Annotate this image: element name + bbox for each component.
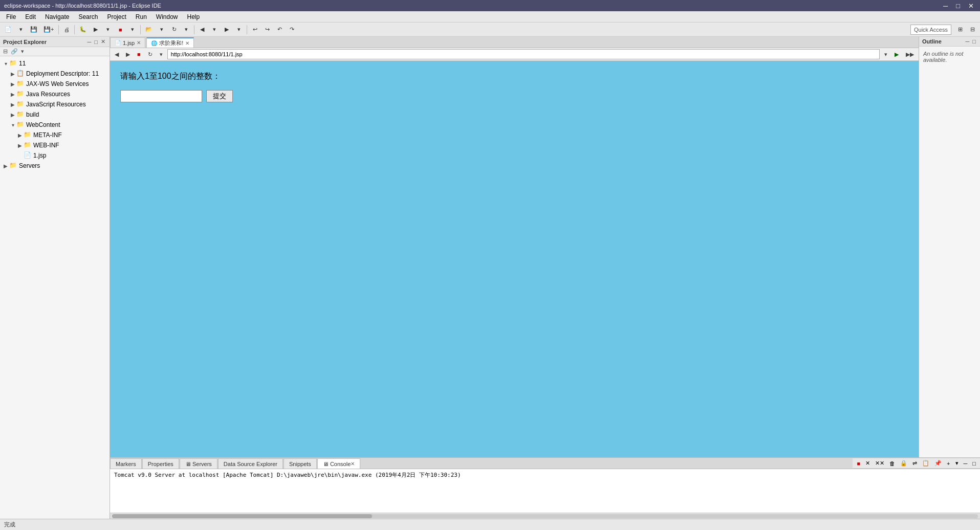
tree-item-11[interactable]: ▾ 📁 11 bbox=[0, 58, 110, 69]
toolbar-prev[interactable]: ◀ bbox=[197, 24, 208, 35]
submit-button[interactable]: 提交 bbox=[206, 90, 233, 102]
tab-close-btn[interactable]: ✕ bbox=[137, 40, 141, 46]
tab-datasource[interactable]: Data Source Explorer bbox=[218, 458, 283, 469]
menu-file[interactable]: File bbox=[2, 12, 20, 21]
tree-toggle[interactable]: ▶ bbox=[16, 143, 24, 148]
toolbar-new-dropdown[interactable]: ▾ bbox=[15, 24, 27, 35]
tab-markers[interactable]: Markers bbox=[110, 458, 142, 469]
menu-search[interactable]: Search bbox=[74, 12, 102, 21]
toolbar-open-type-dropdown[interactable]: ▾ bbox=[156, 24, 167, 35]
tree-toggle[interactable]: ▶ bbox=[9, 71, 16, 77]
console-scroll-lock-btn[interactable]: 🔒 bbox=[898, 459, 909, 468]
tab-browser[interactable]: 🌐 求阶乘和! ✕ bbox=[146, 37, 194, 48]
bottom-scrollbar[interactable] bbox=[110, 513, 980, 519]
browser-stop-btn[interactable]: ■ bbox=[135, 50, 143, 58]
tree-toggle[interactable]: ▶ bbox=[9, 112, 16, 118]
toolbar-stop[interactable]: ■ bbox=[115, 24, 126, 35]
toolbar-back[interactable]: ↩ bbox=[249, 24, 260, 35]
url-dropdown-btn[interactable]: ▾ bbox=[882, 50, 890, 59]
toolbar-perspectives[interactable]: ⊞ bbox=[954, 24, 966, 35]
menu-run[interactable]: Run bbox=[132, 12, 151, 21]
console-open-console-btn[interactable]: 📋 bbox=[920, 459, 931, 468]
scrollbar-track[interactable] bbox=[112, 514, 978, 518]
tree-toggle[interactable]: ▾ bbox=[2, 61, 9, 67]
console-terminate-btn[interactable]: ✕ bbox=[863, 459, 872, 468]
tree-item-meta-inf[interactable]: ▶ 📁 META-INF bbox=[0, 130, 110, 140]
console-word-wrap-btn[interactable]: ⇌ bbox=[910, 459, 919, 468]
console-pin-btn[interactable]: 📌 bbox=[932, 459, 944, 468]
outline-minimize-btn[interactable]: ─ bbox=[965, 38, 971, 45]
toolbar-redo[interactable]: ↷ bbox=[286, 24, 297, 35]
browser-dropdown-btn[interactable]: ▾ bbox=[157, 50, 165, 59]
console-new-btn[interactable]: + bbox=[945, 459, 952, 468]
panel-maximize-btn[interactable]: □ bbox=[93, 38, 99, 45]
tree-item-1-jsp[interactable]: 📄 1.jsp bbox=[0, 150, 110, 161]
browser-forward-btn[interactable]: ▶ bbox=[123, 50, 133, 59]
number-input[interactable] bbox=[120, 90, 202, 102]
scrollbar-thumb[interactable] bbox=[112, 514, 372, 518]
toolbar-new[interactable]: 📄 bbox=[2, 24, 14, 35]
tree-item-build[interactable]: ▶ 📁 build bbox=[0, 109, 110, 120]
console-stop-btn[interactable]: ■ bbox=[855, 459, 862, 468]
tree-item-servers[interactable]: ▶ 📁 Servers bbox=[0, 161, 110, 171]
toolbar-open-type[interactable]: 📂 bbox=[143, 24, 155, 35]
toolbar-save[interactable]: 💾 bbox=[28, 24, 40, 35]
toolbar-open-perspective[interactable]: ⊟ bbox=[967, 24, 978, 35]
tree-toggle[interactable]: ▶ bbox=[9, 92, 16, 97]
close-button[interactable]: ✕ bbox=[966, 2, 976, 10]
outline-maximize-btn[interactable]: □ bbox=[971, 38, 977, 45]
explorer-menu-btn[interactable]: ▾ bbox=[20, 48, 25, 55]
quick-access-box[interactable]: Quick Access bbox=[910, 25, 951, 35]
panel-minimize-btn[interactable]: ─ bbox=[86, 38, 93, 45]
tree-toggle[interactable]: ▾ bbox=[9, 122, 16, 128]
browser-url-input[interactable] bbox=[167, 49, 880, 59]
tree-item-jaxws[interactable]: ▶ 📁 JAX-WS Web Services bbox=[0, 79, 110, 89]
toolbar-undo[interactable]: ↶ bbox=[274, 24, 285, 35]
toolbar-forward[interactable]: ↪ bbox=[262, 24, 273, 35]
tab-console[interactable]: 🖥 Console ✕ bbox=[317, 458, 360, 469]
toolbar-prev-dropdown[interactable]: ▾ bbox=[209, 24, 220, 35]
toolbar-next[interactable]: ▶ bbox=[221, 24, 232, 35]
toolbar-refresh-dropdown[interactable]: ▾ bbox=[181, 24, 192, 35]
tab-snippets[interactable]: Snippets bbox=[284, 458, 317, 469]
menu-window[interactable]: Window bbox=[152, 12, 182, 21]
browser-next-btn[interactable]: ▶▶ bbox=[903, 50, 917, 59]
console-maximize-btn[interactable]: □ bbox=[970, 459, 978, 468]
browser-go-btn[interactable]: ▶ bbox=[892, 50, 901, 59]
tab-servers[interactable]: 🖥 Servers bbox=[180, 458, 217, 469]
browser-refresh-btn[interactable]: ↻ bbox=[145, 50, 155, 59]
menu-edit[interactable]: Edit bbox=[21, 12, 40, 21]
toolbar-run-dropdown[interactable]: ▾ bbox=[102, 24, 114, 35]
tree-toggle[interactable]: ▶ bbox=[2, 163, 9, 169]
tab-properties[interactable]: Properties bbox=[142, 458, 179, 469]
console-new-dropdown-btn[interactable]: ▾ bbox=[953, 459, 961, 468]
tree-toggle[interactable]: ▶ bbox=[9, 102, 16, 107]
tab-close-btn[interactable]: ✕ bbox=[185, 40, 189, 46]
maximize-button[interactable]: □ bbox=[954, 2, 962, 10]
console-minimize-btn[interactable]: ─ bbox=[962, 459, 970, 468]
toolbar-run[interactable]: ▶ bbox=[90, 24, 101, 35]
console-clear-btn[interactable]: 🗑 bbox=[887, 459, 897, 468]
tab-console-close[interactable]: ✕ bbox=[351, 461, 355, 467]
toolbar-print[interactable]: 🖨 bbox=[61, 24, 72, 35]
tree-item-deployment-descriptor[interactable]: ▶ 📋 Deployment Descriptor: 11 bbox=[0, 69, 110, 79]
console-remove-btn[interactable]: ✕✕ bbox=[873, 459, 886, 468]
tree-item-java-resources[interactable]: ▶ 📁 Java Resources bbox=[0, 89, 110, 99]
browser-back-btn[interactable]: ◀ bbox=[112, 50, 121, 59]
toolbar-stop-dropdown[interactable]: ▾ bbox=[127, 24, 138, 35]
tree-toggle[interactable]: ▶ bbox=[9, 81, 16, 87]
tree-item-js-resources[interactable]: ▶ 📁 JavaScript Resources bbox=[0, 99, 110, 109]
collapse-all-btn[interactable]: ⊟ bbox=[2, 48, 9, 55]
tree-item-web-inf[interactable]: ▶ 📁 WEB-INF bbox=[0, 140, 110, 150]
tab-1-jsp[interactable]: 📄 1.jsp ✕ bbox=[110, 37, 145, 48]
menu-help[interactable]: Help bbox=[183, 12, 204, 21]
menu-project[interactable]: Project bbox=[103, 12, 130, 21]
toolbar-next-dropdown[interactable]: ▾ bbox=[233, 24, 245, 35]
toolbar-debug[interactable]: 🐛 bbox=[77, 24, 89, 35]
toolbar-save-all[interactable]: 💾+ bbox=[41, 24, 56, 35]
panel-close-btn[interactable]: ✕ bbox=[100, 38, 106, 45]
tree-item-webcontent[interactable]: ▾ 📁 WebContent bbox=[0, 120, 110, 130]
toolbar-refresh[interactable]: ↻ bbox=[168, 24, 180, 35]
tree-toggle[interactable]: ▶ bbox=[16, 132, 24, 138]
minimize-button[interactable]: ─ bbox=[941, 2, 950, 10]
